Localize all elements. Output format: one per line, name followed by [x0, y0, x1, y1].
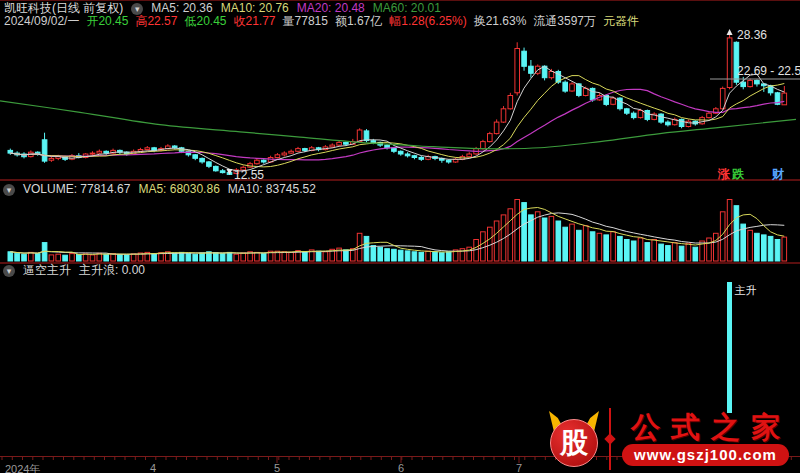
indicator-values: 逼空主升主升浪: 0.00 [23, 264, 145, 277]
token-label: 开20.45 [86, 15, 128, 28]
brand-name: 公式之家 [620, 412, 791, 442]
time-axis-label: 2024年 [5, 462, 40, 473]
low-price-label: 12.55 [234, 168, 264, 182]
token-label: 流通3597万 [533, 15, 596, 28]
watermark-separator [609, 408, 611, 470]
token-label: 额1.67亿 [335, 15, 382, 28]
token-label: 幅1.28(6.25%) [389, 15, 466, 28]
indicator-header: ▾ 逼空主升主升浪: 0.00 [3, 264, 145, 277]
volume-header: ▾ VOLUME: 77814.67MA5: 68030.86MA10: 837… [3, 183, 316, 196]
token-label: 主升浪: 0.00 [79, 264, 145, 277]
collapse-volume-icon[interactable]: ▾ [3, 184, 15, 196]
watermark: 股 公式之家 www.gszj100.com [548, 404, 798, 473]
logo-circle: 股 [550, 419, 598, 467]
volume-values: VOLUME: 77814.67MA5: 68030.86MA10: 83745… [23, 183, 316, 196]
brand-url[interactable]: www.gszj100.com [622, 444, 789, 466]
token-label: MA10: 83745.52 [228, 183, 316, 196]
daily-quote-values: 2024/09/02/一开20.45高22.57低20.45收21.77量778… [4, 15, 639, 28]
time-axis-label: 7 [516, 462, 522, 473]
token-label[interactable]: 跌 [731, 166, 745, 183]
token-label: VOLUME: 77814.67 [23, 183, 130, 196]
logo-glyph: 股 [560, 429, 588, 457]
token-label: 2024/09/02/一 [4, 15, 79, 28]
token-label: 元器件 [603, 15, 639, 28]
panel-divider-1 [0, 179, 800, 181]
high-price-label: 28.36 [737, 28, 767, 42]
token-label: 低20.45 [184, 15, 226, 28]
time-axis-label: 5 [274, 462, 280, 473]
collapse-indicator-icon[interactable]: ▾ [3, 265, 15, 277]
chart-header-line2: 2024/09/02/一开20.45高22.57低20.45收21.77量778… [4, 15, 639, 28]
volume-panel[interactable] [0, 197, 800, 263]
stock-app-window: 凯旺科技(日线 前复权) ▾ MA5: 20.36MA10: 20.76MA20… [0, 0, 800, 473]
spike-label: 主升 [735, 283, 757, 298]
separator-diamond-icon [604, 433, 615, 444]
token-label[interactable]: 财 [771, 166, 785, 183]
finance-button[interactable]: 财 [771, 166, 785, 183]
time-axis-label: 4 [150, 462, 156, 473]
updown-toggle-button[interactable]: 涨跌 [717, 166, 745, 183]
range-price-label: 22.69 - 22.57 [737, 64, 800, 78]
collapse-main-icon[interactable]: ▾ [131, 3, 143, 15]
token-label: 逼空主升 [23, 264, 71, 277]
token-label[interactable]: 涨 [717, 166, 731, 183]
token-label: 量77815 [283, 15, 328, 28]
token-label: MA5: 68030.86 [138, 183, 219, 196]
token-label: 换21.63% [474, 15, 527, 28]
token-label: 高22.57 [135, 15, 177, 28]
main-chart-panel[interactable] [0, 29, 800, 179]
time-axis-label: 6 [398, 462, 404, 473]
token-label: 收21.77 [234, 15, 276, 28]
watermark-bull-logo: 股 [548, 411, 600, 467]
